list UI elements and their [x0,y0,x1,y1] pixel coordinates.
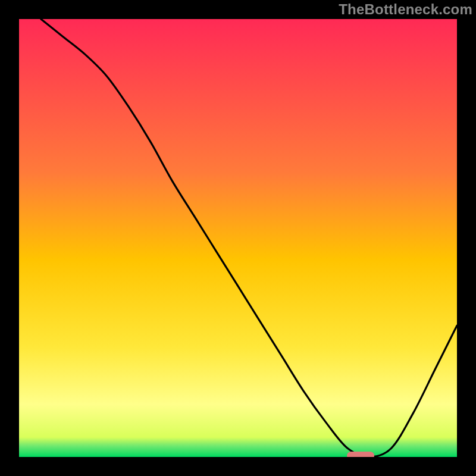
watermark-text: TheBottleneck.com [339,1,472,18]
chart-frame: TheBottleneck.com [0,0,476,476]
plot-background [19,19,457,457]
chart-svg [0,0,476,476]
